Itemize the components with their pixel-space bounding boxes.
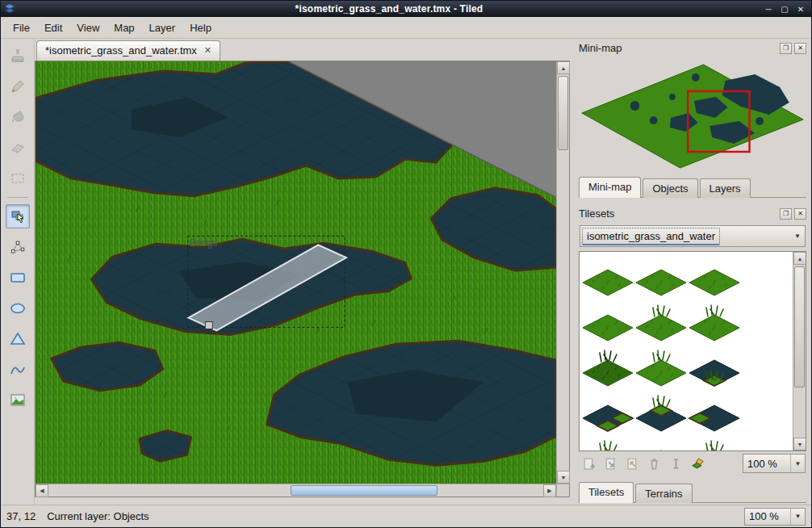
import-tileset-button[interactable] — [601, 455, 619, 472]
maximize-icon[interactable]: ▢ — [777, 3, 792, 15]
menu-bar: FileEditViewMapLayerHelp — [1, 17, 811, 39]
scroll-down-icon[interactable]: ▼ — [793, 438, 806, 450]
tab-tilesets[interactable]: Tilesets — [579, 482, 634, 503]
map-canvas[interactable]: Bridge — [36, 61, 556, 484]
scroll-down-icon[interactable]: ▼ — [557, 471, 570, 484]
tab-terrains[interactable]: Terrains — [635, 484, 692, 503]
tab-layers[interactable]: Layers — [700, 178, 751, 198]
menu-edit[interactable]: Edit — [37, 19, 69, 37]
palette-scrollbar[interactable]: ▲ ▼ — [793, 252, 806, 450]
delete-tileset-button[interactable] — [645, 455, 663, 472]
chevron-down-icon[interactable]: ▼ — [790, 509, 805, 525]
palette-tile[interactable] — [581, 438, 634, 450]
edit-terrain-icon — [691, 457, 705, 471]
minimap-preview[interactable] — [579, 57, 806, 174]
edit-terrain-button[interactable] — [689, 455, 706, 472]
scrollbar-corner — [556, 484, 569, 497]
insert-polyline-button[interactable] — [6, 358, 30, 382]
minimap-dock-tabs: Mini-map Objects Layers — [579, 176, 806, 198]
tileset-zoom-select[interactable]: 100 % ▼ — [743, 454, 806, 473]
menu-file[interactable]: File — [6, 19, 37, 37]
resize-handle[interactable] — [205, 322, 212, 329]
new-tileset-button[interactable] — [580, 455, 597, 472]
tab-objects[interactable]: Objects — [642, 178, 697, 198]
scroll-thumb[interactable] — [558, 76, 568, 150]
rename-tileset-button[interactable] — [667, 455, 684, 472]
scroll-up-icon[interactable]: ▲ — [557, 61, 570, 74]
scroll-thumb[interactable] — [794, 266, 805, 388]
scroll-left-icon[interactable]: ◀ — [36, 484, 48, 497]
select-objects-button[interactable] — [6, 204, 30, 228]
float-icon[interactable]: ❐ — [780, 43, 792, 54]
scroll-track[interactable] — [793, 265, 806, 438]
document-tab[interactable]: *isometric_grass_and_water.tmx ✕ — [36, 40, 220, 61]
palette-tile[interactable] — [688, 347, 741, 391]
palette-tile[interactable] — [634, 438, 688, 450]
tileset-zoom-value: 100 % — [743, 456, 790, 471]
chevron-down-icon[interactable]: ▼ — [790, 455, 805, 472]
scroll-track[interactable] — [48, 484, 543, 497]
dock-close-icon[interactable]: ✕ — [794, 208, 806, 220]
palette-tile[interactable] — [634, 257, 688, 300]
rectangular-select-button[interactable] — [6, 166, 30, 191]
dock-close-icon[interactable]: ✕ — [794, 43, 806, 54]
menu-help[interactable]: Help — [182, 19, 219, 37]
scroll-thumb[interactable] — [291, 485, 437, 496]
insert-rectangle-icon — [9, 269, 27, 287]
stamp-brush-button[interactable] — [6, 44, 30, 68]
export-tileset-button[interactable] — [623, 455, 641, 472]
object-label: Bridge — [190, 237, 219, 249]
tab-close-icon[interactable]: ✕ — [204, 45, 211, 56]
tileset-dock-tabs: Tilesets Terrains — [579, 481, 806, 503]
palette-tile[interactable] — [634, 302, 688, 346]
menu-layer[interactable]: Layer — [142, 19, 183, 37]
scroll-right-icon[interactable]: ▶ — [543, 484, 556, 497]
scroll-up-icon[interactable]: ▲ — [793, 252, 806, 265]
insert-polygon-button[interactable] — [6, 327, 30, 351]
import-tileset-icon — [604, 457, 617, 471]
palette-tile[interactable] — [581, 392, 634, 436]
tileset-selector[interactable]: isometric_grass_and_water ▼ — [580, 225, 806, 247]
new-tileset-icon — [582, 457, 596, 471]
canvas-vertical-scrollbar[interactable]: ▲ ▼ — [556, 61, 569, 484]
palette-tile[interactable] — [581, 257, 634, 300]
palette-tile[interactable] — [581, 302, 634, 346]
current-layer-label: Current layer: Objects — [47, 510, 149, 522]
insert-tile-icon — [9, 392, 27, 409]
tileset-selector-value: isometric_grass_and_water — [583, 228, 719, 244]
insert-ellipse-button[interactable] — [6, 296, 30, 321]
tilesets-dock-title: Tilesets — [579, 207, 614, 220]
insert-polygon-icon — [9, 330, 27, 348]
canvas-horizontal-scrollbar[interactable]: ◀ ▶ — [36, 484, 556, 497]
insert-rectangle-button[interactable] — [6, 266, 30, 290]
insert-tile-button[interactable] — [6, 388, 30, 413]
title-bar[interactable]: *isometric_grass_and_water.tmx - Tiled ─… — [1, 1, 811, 17]
palette-tile[interactable] — [688, 392, 741, 436]
palette-tile[interactable] — [634, 347, 688, 391]
bucket-fill-button[interactable] — [6, 105, 30, 129]
insert-polyline-icon — [9, 361, 27, 379]
edit-polygons-button[interactable] — [6, 235, 30, 259]
chevron-down-icon[interactable]: ▼ — [790, 226, 805, 246]
map-view: Bridge ▲ ▼ ◀ ▶ — [35, 61, 570, 497]
menu-map[interactable]: Map — [107, 19, 141, 37]
bucket-fill-icon — [9, 108, 27, 126]
terrain-brush-button[interactable] — [6, 74, 30, 98]
menu-view[interactable]: View — [69, 19, 107, 37]
float-icon[interactable]: ❐ — [780, 208, 792, 220]
close-icon[interactable]: ✕ — [793, 3, 808, 15]
zoom-select[interactable]: 100 % ▼ — [744, 508, 806, 526]
scroll-track[interactable] — [557, 74, 569, 471]
document-tab-label: *isometric_grass_and_water.tmx — [45, 44, 197, 57]
palette-tile[interactable] — [688, 438, 741, 450]
minimap-body — [579, 57, 806, 174]
tab-mini-map[interactable]: Mini-map — [579, 177, 641, 198]
eraser-button[interactable] — [6, 136, 30, 160]
palette-tile[interactable] — [634, 392, 688, 436]
minimize-icon[interactable]: ─ — [761, 3, 776, 15]
select-objects-icon — [9, 207, 27, 225]
palette-tile[interactable] — [688, 302, 741, 346]
minimap-dock-title: Mini-map — [579, 42, 622, 54]
palette-tile[interactable] — [581, 347, 634, 391]
palette-tile[interactable] — [688, 257, 741, 300]
